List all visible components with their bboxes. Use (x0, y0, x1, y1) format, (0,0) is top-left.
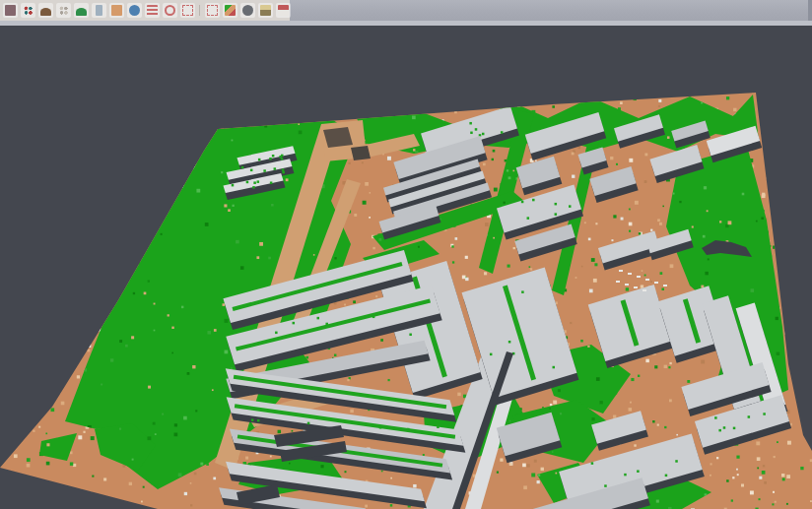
application-window: { "colors": { "background": "#44474f", "… (0, 0, 812, 509)
toolbar (0, 0, 812, 21)
vehicle-dot (643, 289, 646, 291)
vehicle-dot (619, 270, 623, 272)
red-ring-icon[interactable] (163, 3, 177, 18)
partial-tool-icon-glyph (5, 5, 16, 16)
red-selection-icon[interactable] (180, 3, 195, 18)
red-layers-icon[interactable] (145, 3, 160, 18)
survey-marks-icon-glyph (260, 5, 271, 16)
dark-structure (351, 146, 371, 160)
terrain-model (0, 26, 812, 509)
partial-tool-icon[interactable] (3, 3, 18, 18)
vehicle-dot (637, 276, 641, 278)
orthophoto-icon-glyph (111, 5, 122, 16)
prism-icon[interactable] (92, 3, 106, 18)
dark-structure (323, 127, 353, 148)
toolbar-icons (0, 0, 290, 21)
classification-colors-icon[interactable] (223, 3, 237, 18)
vegetation-model-icon[interactable] (74, 3, 89, 18)
toolbar-separator (196, 3, 203, 18)
terrain-model-icon-glyph (40, 8, 51, 16)
terrain-model-icon[interactable] (38, 3, 53, 18)
vehicle-dot (645, 279, 649, 281)
dark-sphere-icon[interactable] (240, 3, 255, 18)
red-ring-icon-glyph (165, 5, 175, 16)
vehicle-dot (628, 273, 632, 275)
vehicle-dot (663, 285, 667, 286)
vehicle-dot (654, 282, 658, 284)
sparse-cloud-icon[interactable] (56, 3, 71, 18)
orthophoto-icon[interactable] (109, 3, 124, 18)
toolbar-spacer (290, 0, 812, 21)
ruler-flag-icon[interactable] (276, 3, 291, 18)
vehicle-dot (616, 281, 620, 283)
survey-marks-icon[interactable] (258, 3, 273, 18)
globe-icon-glyph (129, 5, 140, 16)
red-dashed-region-icon-glyph (207, 5, 218, 16)
classification-colors-icon-glyph (225, 5, 236, 16)
vehicle-dot (634, 286, 638, 288)
vegetation-model-icon-glyph (76, 8, 87, 16)
dark-sphere-icon-glyph (242, 5, 253, 16)
vehicle-dot (625, 284, 629, 286)
prism-icon-glyph (96, 5, 102, 16)
red-selection-icon-glyph (182, 5, 193, 16)
ruler-flag-icon-glyph (278, 5, 289, 16)
points-pair-icon-glyph (23, 5, 34, 16)
globe-icon[interactable] (127, 3, 142, 18)
points-pair-icon[interactable] (21, 3, 35, 18)
sparse-cloud-icon-glyph (58, 5, 69, 16)
red-dashed-region-icon[interactable] (205, 3, 220, 18)
red-layers-icon-glyph (147, 5, 158, 16)
3d-scene[interactable] (0, 26, 812, 509)
viewport-3d[interactable] (0, 26, 812, 509)
